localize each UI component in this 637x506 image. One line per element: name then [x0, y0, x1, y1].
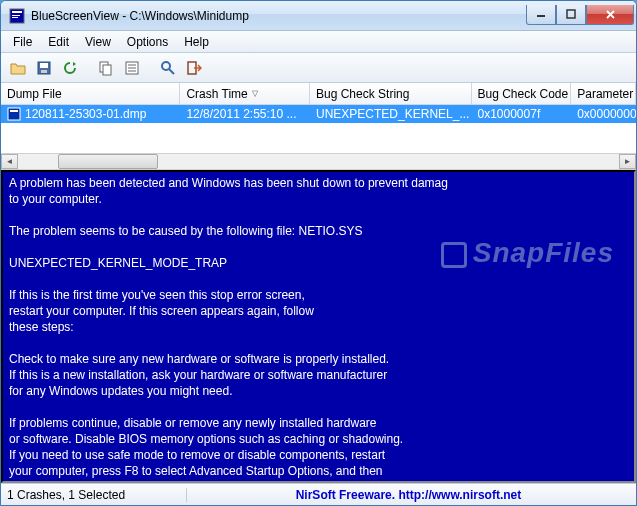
cell-dump-file: 120811-25303-01.dmp — [1, 106, 180, 122]
menu-file[interactable]: File — [5, 33, 40, 51]
svg-rect-4 — [537, 15, 545, 17]
list-row[interactable]: 120811-25303-01.dmp 12/8/2011 2:55:10 ..… — [1, 105, 636, 123]
refresh-icon — [62, 60, 78, 76]
cell-dump-file-text: 120811-25303-01.dmp — [25, 107, 146, 121]
chevron-left-icon: ◄ — [6, 157, 14, 166]
svg-point-15 — [162, 62, 170, 70]
window-controls — [526, 5, 634, 25]
svg-rect-10 — [103, 65, 111, 75]
list-body[interactable]: 120811-25303-01.dmp 12/8/2011 2:55:10 ..… — [1, 105, 636, 153]
minimize-icon — [536, 9, 546, 19]
titlebar-text: BlueScreenView - C:\Windows\Minidump — [31, 9, 526, 23]
svg-rect-2 — [12, 15, 20, 16]
scroll-thumb[interactable] — [58, 154, 158, 169]
svg-rect-8 — [41, 70, 47, 73]
svg-rect-1 — [12, 11, 22, 13]
svg-rect-7 — [40, 63, 48, 68]
bsod-preview[interactable]: A problem has been detected and Windows … — [1, 170, 636, 483]
horizontal-scrollbar[interactable]: ◄ ► — [1, 153, 636, 170]
toolbar — [1, 53, 636, 83]
col-parameter[interactable]: Parameter — [571, 83, 636, 104]
scroll-left-button[interactable]: ◄ — [1, 154, 18, 169]
copy-button[interactable] — [95, 57, 117, 79]
maximize-icon — [566, 9, 576, 19]
col-bug-check-code[interactable]: Bug Check Code — [472, 83, 572, 104]
svg-line-16 — [169, 69, 174, 74]
save-button[interactable] — [33, 57, 55, 79]
open-button[interactable] — [7, 57, 29, 79]
cell-bug-check-string: UNEXPECTED_KERNEL_... — [310, 106, 471, 122]
menu-view[interactable]: View — [77, 33, 119, 51]
menubar: File Edit View Options Help — [1, 31, 636, 53]
svg-rect-18 — [8, 108, 20, 120]
exit-button[interactable] — [183, 57, 205, 79]
search-icon — [160, 60, 176, 76]
app-window: BlueScreenView - C:\Windows\Minidump Fil… — [0, 0, 637, 506]
status-count: 1 Crashes, 1 Selected — [7, 488, 187, 502]
find-button[interactable] — [157, 57, 179, 79]
menu-edit[interactable]: Edit — [40, 33, 77, 51]
status-link[interactable]: NirSoft Freeware. http://www.nirsoft.net — [187, 488, 630, 502]
properties-icon — [124, 60, 140, 76]
list-header: Dump File Crash Time Bug Check String Bu… — [1, 83, 636, 105]
scroll-right-button[interactable]: ► — [619, 154, 636, 169]
close-button[interactable] — [586, 5, 634, 25]
close-icon — [605, 9, 616, 20]
titlebar[interactable]: BlueScreenView - C:\Windows\Minidump — [1, 1, 636, 31]
cell-crash-time: 12/8/2011 2:55:10 ... — [180, 106, 310, 122]
svg-rect-19 — [10, 110, 18, 112]
col-crash-time[interactable]: Crash Time — [180, 83, 310, 104]
watermark-icon — [441, 242, 467, 268]
cell-bug-check-code: 0x1000007f — [472, 106, 572, 122]
watermark-text: SnapFiles — [473, 237, 614, 268]
exit-icon — [186, 60, 202, 76]
copy-icon — [98, 60, 114, 76]
bsod-text: A problem has been detected and Windows … — [9, 176, 448, 483]
statusbar: 1 Crashes, 1 Selected NirSoft Freeware. … — [1, 483, 636, 505]
folder-open-icon — [10, 60, 26, 76]
menu-options[interactable]: Options — [119, 33, 176, 51]
properties-button[interactable] — [121, 57, 143, 79]
cell-parameter: 0x0000000 — [571, 106, 636, 122]
col-dump-file[interactable]: Dump File — [1, 83, 180, 104]
dump-file-icon — [7, 107, 21, 121]
app-icon — [9, 8, 25, 24]
watermark: SnapFiles — [441, 242, 614, 268]
save-icon — [36, 60, 52, 76]
col-bug-check-string[interactable]: Bug Check String — [310, 83, 471, 104]
svg-rect-3 — [12, 17, 18, 18]
refresh-button[interactable] — [59, 57, 81, 79]
svg-rect-5 — [567, 10, 575, 18]
maximize-button[interactable] — [556, 5, 586, 25]
menu-help[interactable]: Help — [176, 33, 217, 51]
minimize-button[interactable] — [526, 5, 556, 25]
chevron-right-icon: ► — [624, 157, 632, 166]
